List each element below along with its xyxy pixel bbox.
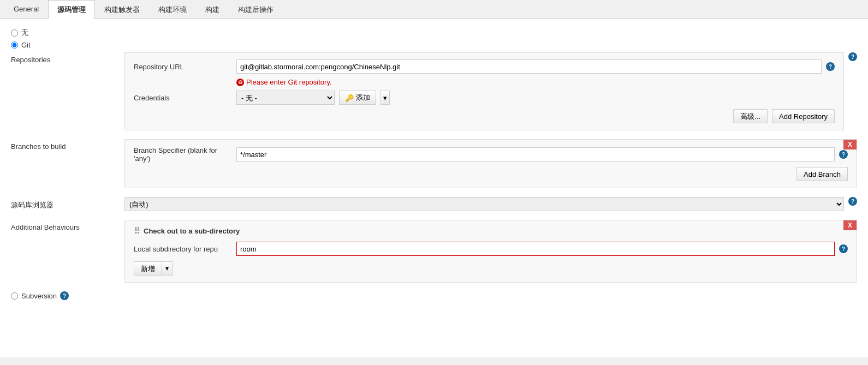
add-repository-button[interactable]: Add Repository	[772, 109, 835, 123]
repositories-help-icon[interactable]: ?	[848, 52, 857, 61]
credentials-select[interactable]: - 无 -	[236, 91, 335, 105]
radio-git-input[interactable]	[11, 41, 18, 49]
additional-behaviours-label: Additional Behaviours	[11, 220, 120, 231]
repo-url-help-icon[interactable]: ?	[826, 62, 835, 71]
branch-action-buttons: Add Branch	[134, 167, 848, 181]
add-new-container: 新增 ▾	[134, 261, 848, 276]
repositories-section: Repositories Repository URL ? ⊖ Please e…	[11, 52, 857, 130]
error-icon: ⊖	[236, 79, 244, 86]
checkout-subdirectory-title: ⠿ Check out to a sub-directory	[134, 226, 848, 236]
radio-none-label: 无	[21, 28, 28, 38]
add-branch-button[interactable]: Add Branch	[796, 167, 848, 181]
branch-specifier-label: Branch Specifier (blank for 'any')	[134, 146, 232, 163]
subversion-help-icon[interactable]: ?	[60, 291, 69, 300]
add-cred-dropdown-button[interactable]: ▾	[381, 91, 390, 105]
tab-post-build[interactable]: 构建后操作	[229, 0, 283, 19]
error-text: Please enter Git repository.	[246, 78, 332, 86]
repositories-label: Repositories	[11, 52, 120, 64]
add-credentials-button[interactable]: 🔑 添加	[339, 91, 376, 105]
tab-general[interactable]: General	[4, 0, 48, 19]
credentials-label: Credentials	[134, 94, 232, 102]
branch-specifier-input[interactable]	[236, 147, 835, 161]
browser-label: 源码库浏览器	[11, 197, 120, 210]
repo-action-buttons: 高级... Add Repository	[134, 109, 835, 123]
browser-section: 源码库浏览器 (自动) ?	[11, 197, 857, 211]
subdirectory-help-icon[interactable]: ?	[839, 244, 848, 253]
remove-branch-button[interactable]: X	[843, 140, 857, 149]
branch-specifier-help-icon[interactable]: ?	[839, 150, 848, 159]
repo-url-input[interactable]	[236, 59, 822, 74]
radio-git[interactable]: Git	[11, 41, 857, 49]
radio-git-label: Git	[21, 41, 31, 49]
add-new-dropdown-button[interactable]: ▾	[162, 261, 173, 276]
branch-specifier-row: Branch Specifier (blank for 'any') ?	[134, 146, 848, 163]
additional-behaviours-section: Additional Behaviours X ⠿ Check out to a…	[11, 220, 857, 283]
main-content: 无 Git Repositories Repository URL ? ⊖ Pl…	[0, 19, 868, 357]
local-subdirectory-label: Local subdirectory for repo	[134, 245, 232, 253]
key-icon: 🔑	[345, 94, 354, 102]
drag-handle-icon[interactable]: ⠿	[134, 226, 140, 236]
subversion-row: Subversion ?	[11, 291, 857, 300]
tab-build-trigger[interactable]: 构建触发器	[95, 0, 149, 19]
checkout-subdirectory-label: Check out to a sub-directory	[144, 227, 240, 235]
error-message: ⊖ Please enter Git repository.	[236, 78, 835, 86]
browser-help-icon[interactable]: ?	[848, 197, 857, 206]
tab-bar: General 源码管理 构建触发器 构建环境 构建 构建后操作	[0, 0, 868, 19]
tab-source-mgmt[interactable]: 源码管理	[48, 0, 95, 19]
radio-none-input[interactable]	[11, 29, 18, 37]
credentials-row: Credentials - 无 - 🔑 添加 ▾	[134, 91, 835, 105]
local-subdirectory-input[interactable]	[236, 242, 835, 256]
branches-label: Branches to build	[11, 139, 120, 151]
repo-url-row: Repository URL ?	[134, 59, 835, 74]
branches-section: Branches to build X Branch Specifier (bl…	[11, 139, 857, 188]
behaviour-box: X ⠿ Check out to a sub-directory Local s…	[124, 220, 857, 283]
browser-select[interactable]: (自动)	[124, 197, 844, 211]
tab-build-env[interactable]: 构建环境	[149, 0, 196, 19]
remove-behaviour-button[interactable]: X	[843, 220, 857, 230]
add-cred-label: 添加	[356, 93, 370, 103]
radio-none[interactable]: 无	[11, 28, 857, 38]
repo-url-label: Repository URL	[134, 63, 232, 71]
add-new-main-button[interactable]: 新增	[134, 261, 162, 276]
radio-subversion-input[interactable]	[11, 292, 18, 300]
subdirectory-row: Local subdirectory for repo ?	[134, 242, 848, 256]
subversion-label: Subversion	[21, 292, 57, 300]
advanced-button[interactable]: 高级...	[733, 109, 768, 123]
tab-build[interactable]: 构建	[196, 0, 229, 19]
